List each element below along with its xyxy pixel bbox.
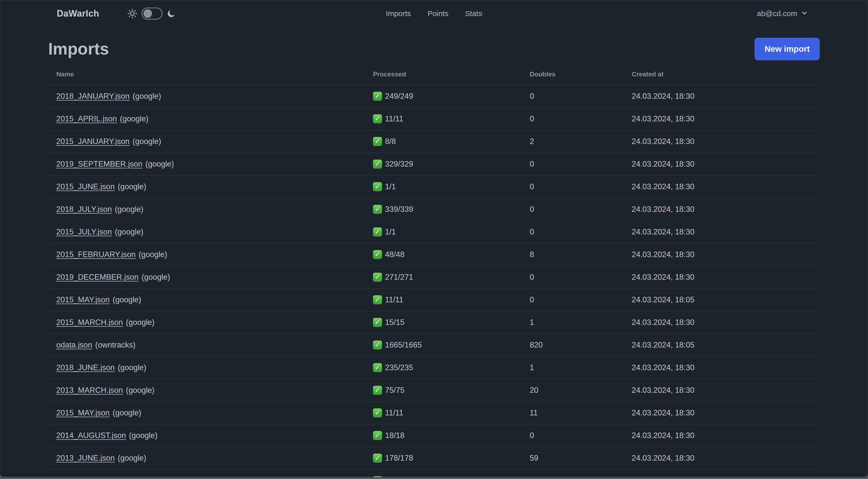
import-source-label: (google) <box>146 159 174 169</box>
import-source-label: (google) <box>118 454 147 462</box>
import-file-link[interactable]: 2018_JANUARY.json <box>56 92 130 100</box>
nav-link-imports[interactable]: Imports <box>386 9 411 18</box>
processed-count: 339/339 <box>385 205 413 214</box>
import-file-link[interactable]: 2015_FEBRUARY.json <box>56 250 135 259</box>
created-at: 24.03.2024, 18:30 <box>632 182 820 191</box>
processed-count: 271/271 <box>385 273 413 282</box>
table-row: odata.json(owntracks) ✓ 1665/1665 820 24… <box>48 333 820 356</box>
import-file-link[interactable]: 2019_SEPTEMBER.json <box>56 159 143 169</box>
doubles-count: 0 <box>530 228 632 237</box>
check-mark-icon: ✓ <box>373 92 382 101</box>
import-file-link[interactable]: 2015_MARCH.json <box>56 318 123 327</box>
doubles-count: 20 <box>530 386 632 395</box>
processed-count: 48/48 <box>385 250 405 259</box>
created-at: 24.03.2024, 18:30 <box>632 137 820 146</box>
processed-count: 11/11 <box>385 114 403 123</box>
name-cell: 2015_MAY.json(google) <box>56 295 373 304</box>
table-row: 2015_MARCH.json(google) ✓ 15/15 1 24.03.… <box>48 311 820 333</box>
table-row: 2015_MAY.json(google) ✓ 11/11 0 24.03.20… <box>48 288 820 311</box>
import-source-label: (google) <box>115 228 144 236</box>
name-cell: 2018_JULY.json(google) <box>56 205 373 214</box>
doubles-count: 0 <box>530 431 632 440</box>
imports-table: Name Processed Doubles Created at 2018_J… <box>48 70 820 477</box>
processed-cell: ✓ 75/75 <box>373 386 530 395</box>
processed-count: 11/11 <box>385 409 403 417</box>
check-mark-icon: ✓ <box>373 363 382 372</box>
name-cell: 2019_SEPTEMBER.json(google) <box>56 159 373 169</box>
theme-switch[interactable] <box>142 7 162 20</box>
check-mark-icon: ✓ <box>373 386 382 395</box>
processed-count: 329/329 <box>385 159 413 169</box>
import-file-link[interactable]: 2014_AUGUST.json <box>56 431 126 440</box>
import-source-label: (google) <box>142 273 170 281</box>
import-source-label: (google) <box>126 386 154 394</box>
processed-cell: ✓ 18/18 <box>373 431 530 440</box>
created-at: 24.03.2024, 18:30 <box>632 318 820 327</box>
doubles-count: 0 <box>530 295 632 304</box>
import-file-link[interactable]: odata.json <box>56 340 92 349</box>
processed-cell: ✓ 178/178 <box>373 454 530 463</box>
doubles-count: 0 <box>530 273 632 282</box>
navbar: DaWarIch <box>0 0 868 27</box>
processed-cell: ✓ 8/8 <box>373 137 530 146</box>
moon-icon <box>166 9 176 18</box>
import-source-label: (google) <box>126 318 154 327</box>
processed-cell: ✓ 329/329 <box>373 159 530 169</box>
name-cell: 2019_DECEMBER.json(google) <box>56 273 373 282</box>
processed-cell: ✓ 249/249 <box>373 92 530 101</box>
check-mark-icon: ✓ <box>373 318 382 327</box>
created-at: 24.03.2024, 18:30 <box>632 363 820 372</box>
name-cell: 2015_MARCH.json(google) <box>56 318 373 327</box>
import-file-link[interactable]: 2013_MARCH.json <box>56 386 123 394</box>
import-file-link[interactable]: 2015_MAY.json <box>56 409 110 417</box>
created-at: 24.03.2024, 18:30 <box>632 386 820 395</box>
user-menu[interactable]: ab@cd.com <box>757 9 808 18</box>
app-logo[interactable]: DaWarIch <box>57 8 99 19</box>
name-cell <box>56 470 373 477</box>
processed-count: 1/1 <box>385 228 396 237</box>
table-row: 2018_JULY.json(google) ✓ 339/339 0 24.03… <box>48 198 820 220</box>
processed-cell: ✓ 11/11 <box>373 295 530 304</box>
import-source-label: (google) <box>118 363 147 372</box>
processed-cell: ✓ 1/1 <box>373 228 530 237</box>
import-file-link[interactable]: 2015_JULY.json <box>56 228 112 236</box>
name-cell: 2018_JUNE.json(google) <box>56 363 373 372</box>
doubles-count: 0 <box>530 92 632 101</box>
nav-link-points[interactable]: Points <box>428 9 448 18</box>
name-cell: 2015_FEBRUARY.json(google) <box>56 250 373 259</box>
doubles-count: 2 <box>530 137 632 146</box>
table-row: 2015_JUNE.json(google) ✓ 1/1 0 24.03.202… <box>48 175 820 198</box>
column-header-created-at: Created at <box>632 70 820 78</box>
import-file-link[interactable]: 2013_JUNE.json <box>56 454 115 462</box>
import-file-link[interactable]: 2015_JUNE.json <box>56 182 115 191</box>
check-mark-icon: ✓ <box>373 409 382 417</box>
app-window: DaWarIch <box>0 0 868 477</box>
check-mark-icon: ✓ <box>373 182 382 191</box>
processed-count: 11/11 <box>385 295 403 304</box>
import-file-link[interactable]: 2015_JANUARY.json <box>56 137 130 146</box>
main-content: Imports New import Name Processed Double… <box>0 38 868 477</box>
check-mark-icon: ✓ <box>373 137 382 146</box>
user-email: ab@cd.com <box>757 9 797 18</box>
doubles-count: 0 <box>530 182 632 191</box>
name-cell: odata.json(owntracks) <box>56 340 373 350</box>
doubles-count: 0 <box>530 159 632 169</box>
processed-cell: ✓ <box>373 470 530 477</box>
import-source-label: (google) <box>133 92 161 100</box>
processed-cell: ✓ 11/11 <box>373 114 530 123</box>
new-import-button[interactable]: New import <box>754 38 820 60</box>
doubles-count: 1 <box>530 363 632 372</box>
page-header: Imports New import <box>48 38 820 60</box>
doubles-count: 0 <box>530 205 632 214</box>
created-at: 24.03.2024, 18:30 <box>632 454 820 463</box>
table-row: ✓ <box>48 469 820 477</box>
import-file-link[interactable]: 2015_APRIL.json <box>56 114 117 123</box>
table-row: 2015_APRIL.json(google) ✓ 11/11 0 24.03.… <box>48 107 820 130</box>
created-at: 24.03.2024, 18:30 <box>632 250 820 259</box>
import-file-link[interactable]: 2019_DECEMBER.json <box>56 273 138 281</box>
import-file-link[interactable]: 2015_MAY.json <box>56 295 110 304</box>
import-file-link[interactable]: 2018_JULY.json <box>56 205 112 214</box>
nav-link-stats[interactable]: Stats <box>465 9 482 18</box>
processed-cell: ✓ 1665/1665 <box>373 340 530 350</box>
import-file-link[interactable]: 2018_JUNE.json <box>56 363 115 372</box>
